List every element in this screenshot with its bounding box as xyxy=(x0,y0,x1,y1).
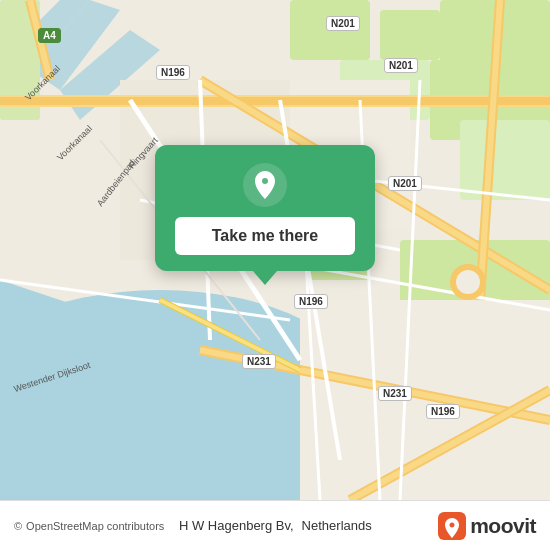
attribution-text: OpenStreetMap contributors xyxy=(26,520,164,532)
road-label-n201-right: N201 xyxy=(384,58,418,73)
road-label-n201-top: N201 xyxy=(326,16,360,31)
copyright-symbol: © xyxy=(14,520,22,532)
footer-attribution: © OpenStreetMap contributors H W Hagenbe… xyxy=(14,518,372,533)
road-label-n196-bot: N196 xyxy=(426,404,460,419)
moovit-logo: moovit xyxy=(438,512,536,540)
label-voorkanaal-bot: Voorkanaal xyxy=(55,124,94,163)
road-label-n196-mid: N196 xyxy=(294,294,328,309)
footer-bar: © OpenStreetMap contributors H W Hagenbe… xyxy=(0,500,550,550)
location-name: H W Hagenberg Bv, xyxy=(179,518,294,533)
map-container: A4 N201 N201 N196 N201 N196 N231 N231 N1… xyxy=(0,0,550,500)
location-country: Netherlands xyxy=(302,518,372,533)
road-label-a4: A4 xyxy=(38,28,61,43)
road-label-n201-mid: N201 xyxy=(388,176,422,191)
popup-card: Take me there xyxy=(155,145,375,271)
road-label-n231-right: N231 xyxy=(378,386,412,401)
take-me-there-button[interactable]: Take me there xyxy=(175,217,355,255)
road-label-n231-bot: N231 xyxy=(242,354,276,369)
moovit-text: moovit xyxy=(470,514,536,538)
location-pin-icon xyxy=(243,163,287,207)
moovit-icon xyxy=(438,512,466,540)
road-label-n196-top: N196 xyxy=(156,65,190,80)
label-westender: Westender Dijksloot xyxy=(12,360,91,394)
label-voorkanaal-top: Voorkanaal xyxy=(23,64,62,103)
